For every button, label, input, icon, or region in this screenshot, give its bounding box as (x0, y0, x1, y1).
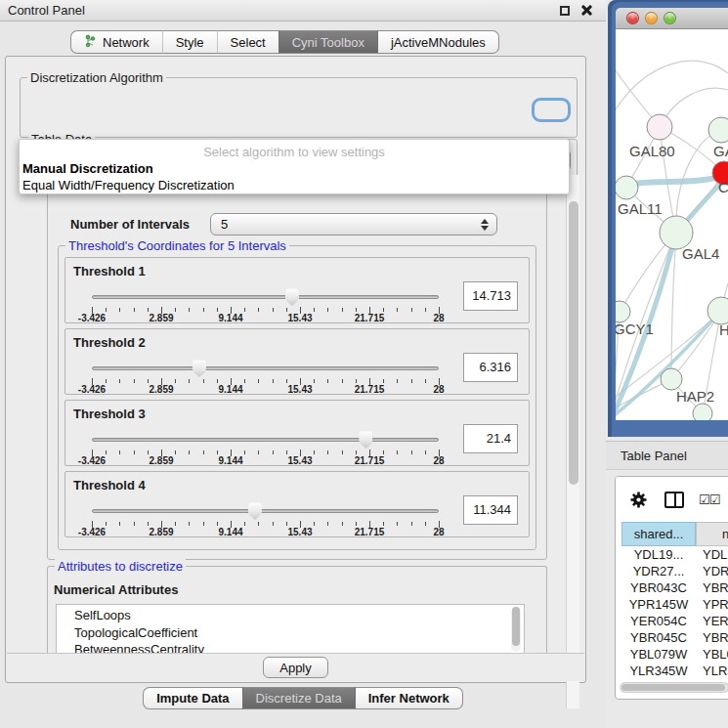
table-cell-name[interactable]: YPR1 (696, 596, 728, 613)
table-row[interactable]: YBR045CYBR0 (621, 629, 728, 646)
traffic-light-zoom-icon[interactable] (664, 12, 676, 24)
table-panel-header: Table Panel (606, 441, 728, 470)
network-node-label: GA (713, 143, 728, 159)
tab-discretize-data[interactable]: Discretize Data (242, 687, 356, 709)
table-row[interactable]: YBL079WYBL0 (621, 646, 728, 663)
tab-impute-data[interactable]: Impute Data (143, 687, 241, 709)
network-node-label: C (718, 179, 728, 195)
threshold-value-field[interactable]: 14.713 (463, 281, 518, 311)
menu-item-equal-width-frequency[interactable]: Equal Width/Frequency Discretization (22, 178, 235, 193)
scale-label: 21.715 (355, 384, 385, 395)
network-canvas[interactable]: GAL80GACGAL11GAL4GCY1HHAP2 (616, 29, 728, 420)
network-node[interactable] (616, 301, 630, 322)
tab-cyni-toolbox[interactable]: Cyni Toolbox (278, 30, 378, 54)
scale-label: 2.859 (149, 455, 173, 466)
number-of-intervals-label: Number of Intervals (70, 217, 190, 232)
threshold-slider[interactable]: -3.4262.8599.14415.4321.71528 (92, 472, 439, 538)
close-icon[interactable] (581, 5, 592, 16)
settings-scrollbar-thumb[interactable] (569, 201, 578, 485)
table-cell-shared[interactable]: YBR043C (621, 579, 696, 596)
slider-thumb-icon[interactable] (247, 502, 262, 520)
threshold-block: Threshold 3-3.4262.8599.14415.4321.71528… (64, 400, 530, 466)
table-cell-name[interactable]: YBR0 (696, 579, 728, 596)
algorithm-combobox-focus-ring[interactable] (532, 98, 571, 122)
table-cell-name[interactable]: YBR0 (696, 629, 728, 646)
hscrollbar-thumb[interactable] (621, 684, 725, 691)
scale-label: 21.715 (355, 527, 385, 537)
column-header-shared[interactable]: shared... (621, 522, 696, 546)
numerical-attributes-list[interactable]: SelfLoopsTopologicalCoefficientBetweenne… (56, 604, 525, 655)
traffic-light-close-icon[interactable] (626, 12, 639, 24)
table-cell-shared[interactable]: YBL079W (621, 646, 696, 663)
settings-vertical-scrollbar[interactable] (566, 175, 579, 708)
float-window-icon[interactable] (560, 6, 570, 16)
table-cell-shared[interactable]: YLR345W (621, 663, 696, 679)
table-row[interactable]: YPR145WYPR1 (621, 596, 728, 613)
network-node[interactable] (661, 368, 682, 390)
table-cell-shared[interactable]: YBR045C (621, 629, 696, 646)
tab-infer-network[interactable]: Infer Network (356, 687, 463, 709)
table-cell-name[interactable]: YBL0 (696, 646, 728, 663)
threshold-slider[interactable]: -3.4262.8599.14415.4321.71528 (92, 329, 439, 396)
table-cell-name[interactable]: YDR2 (696, 563, 728, 579)
scale-label: 15.43 (287, 384, 312, 395)
tab-style[interactable]: Style (162, 30, 217, 54)
table-cell-name[interactable]: YER0 (696, 613, 728, 629)
slider-thumb-icon[interactable] (193, 360, 207, 377)
table-cell-name[interactable]: YLR3 (696, 663, 728, 679)
split-columns-icon[interactable] (664, 492, 684, 508)
tab-select[interactable]: Select (217, 30, 278, 54)
table-horizontal-scrollbar[interactable] (620, 682, 728, 693)
threshold-value-field[interactable]: 11.344 (463, 495, 518, 525)
spinner-stepper-icon (481, 219, 489, 231)
tab-infer-network-label: Infer Network (368, 691, 450, 706)
list-scrollbar[interactable] (511, 607, 521, 652)
threshold-slider[interactable]: -3.4262.8599.14415.4321.71528 (92, 401, 439, 467)
tab-network[interactable]: Network (70, 30, 162, 54)
threshold-value-field[interactable]: 21.4 (463, 424, 518, 453)
scale-label: 9.144 (218, 455, 242, 466)
gear-icon[interactable] (629, 491, 648, 509)
table-cell-shared[interactable]: YDR27... (621, 563, 696, 579)
column-header-name[interactable]: na (696, 522, 728, 546)
slider-thumb-icon[interactable] (284, 288, 299, 306)
slider-thumb-icon[interactable] (359, 431, 373, 449)
table-cell-name[interactable]: YDL1 (696, 546, 728, 563)
slider-track[interactable] (92, 295, 439, 299)
threshold-value-field[interactable]: 6.316 (463, 353, 518, 382)
table-row[interactable]: YDL19...YDL1 (621, 546, 728, 563)
tab-jactivemnodules[interactable]: jActiveMNodules (378, 30, 499, 54)
table-row[interactable]: YLR345WYLR3 (621, 663, 728, 679)
scale-label: -3.426 (78, 455, 106, 466)
slider-track[interactable] (92, 509, 439, 513)
network-window-titlebar[interactable] (616, 8, 728, 29)
scale-label: 9.144 (218, 313, 242, 323)
slider-scale-row: -3.4262.8599.14415.4321.71528 (92, 384, 439, 396)
traffic-light-minimize-icon[interactable] (645, 12, 658, 24)
attributes-title: Attributes to discretize (55, 559, 186, 574)
network-node[interactable] (616, 176, 638, 199)
table-row[interactable]: YER054CYER0 (621, 613, 728, 629)
table-panel: ☑☑ shared... na YDL19...YDL1YDR27...YDR2… (615, 476, 728, 700)
table-row[interactable]: YDR27...YDR2 (621, 563, 728, 579)
number-of-intervals-spinner[interactable]: 5 (210, 213, 497, 236)
list-item[interactable]: TopologicalCoefficient (74, 624, 524, 642)
slider-track[interactable] (92, 438, 439, 442)
menu-item-manual-discretization[interactable]: Manual Discretization (22, 161, 153, 176)
apply-button[interactable]: Apply (263, 657, 328, 678)
scale-label: 9.144 (218, 384, 242, 395)
network-node[interactable] (660, 216, 693, 249)
network-node-label: GAL11 (618, 200, 663, 217)
table-cell-shared[interactable]: YDL19... (621, 546, 696, 563)
network-node-label: HAP2 (676, 388, 714, 405)
network-node[interactable] (708, 117, 728, 143)
table-cell-shared[interactable]: YPR145W (621, 596, 696, 613)
network-node[interactable] (647, 114, 672, 140)
list-item[interactable]: SelfLoops (74, 607, 524, 624)
table-cell-shared[interactable]: YER054C (621, 613, 696, 629)
slider-track[interactable] (92, 366, 439, 370)
network-node[interactable] (693, 404, 712, 420)
threshold-slider[interactable]: -3.4262.8599.14415.4321.71528 (92, 258, 439, 324)
table-row[interactable]: YBR043CYBR0 (621, 579, 728, 596)
select-columns-icon[interactable]: ☑☑ (699, 492, 719, 507)
